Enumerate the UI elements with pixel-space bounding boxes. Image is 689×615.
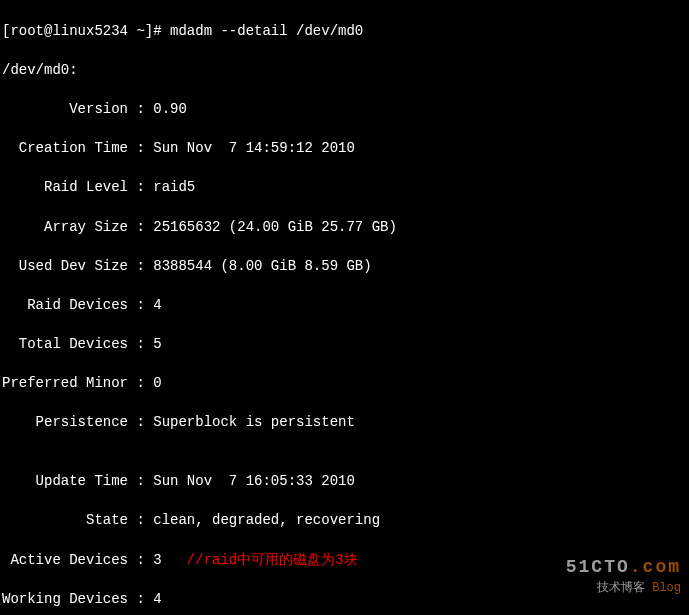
terminal-output: [root@linux5234 ~]# mdadm --detail /dev/… xyxy=(0,0,689,615)
annotation-active-devices: //raid中可用的磁盘为3块 xyxy=(187,552,358,568)
watermark-text: 51CTO xyxy=(566,557,630,577)
watermark-text: 技术博客 xyxy=(597,581,645,595)
row-used-dev-size: Used Dev Size : 8388544 (8.00 GiB 8.59 G… xyxy=(2,257,689,277)
row-raid-devices: Raid Devices : 4 xyxy=(2,296,689,316)
watermark-accent: Blog xyxy=(652,581,681,595)
row-raid-level: Raid Level : raid5 xyxy=(2,178,689,198)
row-persistence: Persistence : Superblock is persistent xyxy=(2,413,689,433)
row-creation-time: Creation Time : Sun Nov 7 14:59:12 2010 xyxy=(2,139,689,159)
row-array-size: Array Size : 25165632 (24.00 GiB 25.77 G… xyxy=(2,218,689,238)
watermark-logo: 51CTO.com xyxy=(566,555,681,580)
prompt-line: [root@linux5234 ~]# mdadm --detail /dev/… xyxy=(2,22,689,42)
row-version: Version : 0.90 xyxy=(2,100,689,120)
row-state: State : clean, degraded, recovering xyxy=(2,511,689,531)
watermark: 51CTO.com 技术博客 Blog xyxy=(566,555,681,597)
watermark-subtitle: 技术博客 Blog xyxy=(566,580,681,597)
row-update-time: Update Time : Sun Nov 7 16:05:33 2010 xyxy=(2,472,689,492)
row-preferred-minor: Preferred Minor : 0 xyxy=(2,374,689,394)
watermark-accent: .com xyxy=(630,557,681,577)
device-header: /dev/md0: xyxy=(2,61,689,81)
row-total-devices: Total Devices : 5 xyxy=(2,335,689,355)
row-active-devices-value: Active Devices : 3 xyxy=(2,552,187,568)
